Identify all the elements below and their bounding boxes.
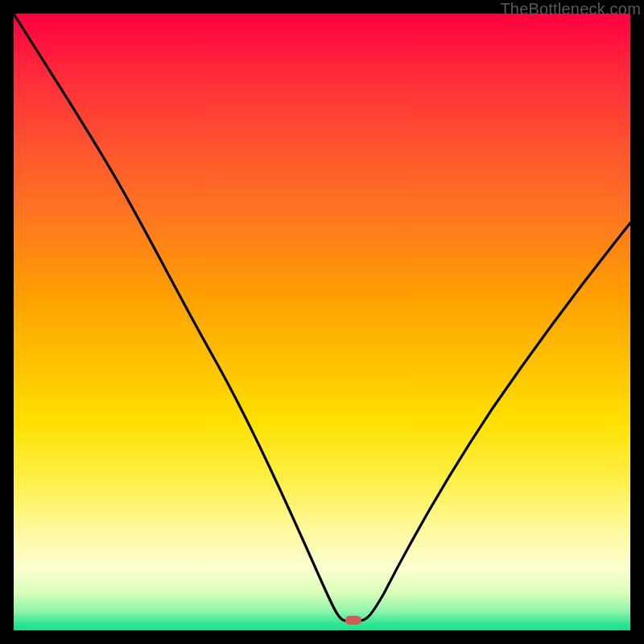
minimum-marker bbox=[345, 616, 361, 625]
watermark-text: TheBottleneck.com bbox=[500, 0, 641, 19]
bottleneck-curve-path bbox=[14, 14, 630, 621]
chart-frame bbox=[14, 14, 630, 630]
chart-svg bbox=[14, 14, 630, 630]
